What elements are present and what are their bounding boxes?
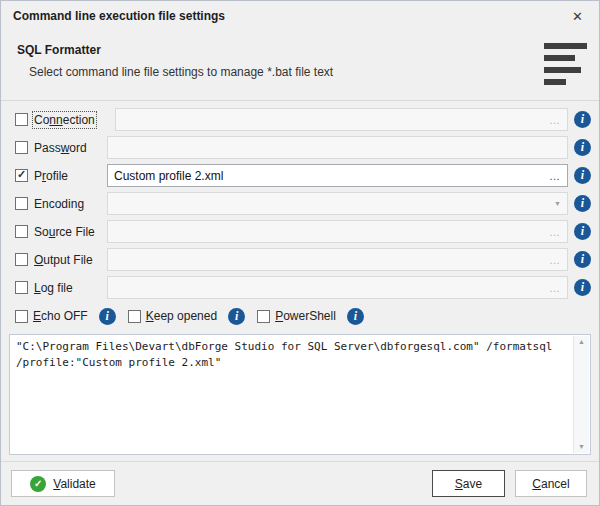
cancel-button[interactable]: Cancel [515, 470, 587, 497]
row-log-file: Log file … i [15, 276, 591, 299]
info-icon[interactable]: i [574, 251, 591, 268]
password-checkbox[interactable] [15, 141, 28, 154]
connection-checkbox[interactable] [15, 113, 28, 126]
row-source-file: Source File … i [15, 220, 591, 243]
scrollbar[interactable]: ▲ ▼ [573, 336, 589, 453]
profile-checkbox[interactable]: ✓ [15, 169, 28, 182]
encoding-label: Encoding [34, 197, 87, 211]
connection-label[interactable]: Connection [34, 113, 95, 127]
scroll-down-icon[interactable]: ▼ [578, 443, 585, 451]
command-text[interactable]: "C:\Program Files\Devart\dbForge Studio … [16, 339, 568, 450]
info-icon[interactable]: i [574, 279, 591, 296]
option-echo-off: Echo OFF i [15, 308, 116, 325]
powershell-label: PowerShell [275, 309, 336, 323]
log-file-checkbox[interactable] [15, 281, 28, 294]
echo-off-checkbox[interactable] [15, 310, 28, 323]
profile-field: … [107, 164, 568, 187]
profile-label: Profile [34, 169, 87, 183]
password-label: Password [34, 141, 87, 155]
info-icon[interactable]: i [574, 195, 591, 212]
command-line-settings-dialog: Command line execution file settings ✕ S… [0, 0, 600, 506]
save-button[interactable]: Save [432, 470, 505, 497]
validate-check-icon: ✓ [30, 476, 46, 492]
sql-formatter-lines-icon [544, 43, 588, 87]
browse-ellipsis-icon: … [549, 227, 561, 237]
keep-opened-checkbox[interactable] [128, 310, 141, 323]
info-icon[interactable]: i [574, 167, 591, 184]
output-file-label: Output File [34, 253, 87, 267]
encoding-dropdown: ▼ [107, 192, 568, 215]
validate-label: Validate [53, 477, 96, 491]
browse-ellipsis-icon: … [549, 115, 561, 125]
output-file-checkbox[interactable] [15, 253, 28, 266]
scroll-up-icon[interactable]: ▲ [578, 338, 585, 346]
row-connection: Connection … i [15, 108, 591, 131]
row-profile: ✓ Profile … i [15, 164, 591, 187]
dropdown-arrow-icon: ▼ [554, 200, 561, 207]
close-icon[interactable]: ✕ [568, 8, 587, 25]
command-preview-box[interactable]: "C:\Program Files\Devart\dbForge Studio … [9, 334, 591, 455]
row-output-file: Output File … i [15, 248, 591, 271]
info-icon[interactable]: i [574, 139, 591, 156]
dialog-title: Command line execution file settings [13, 9, 225, 23]
settings-form: Connection … i Password i ✓ Profile … [1, 101, 599, 334]
output-file-field: … [107, 248, 568, 271]
dialog-header: SQL Formatter Select command line file s… [1, 31, 599, 101]
browse-ellipsis-icon[interactable]: … [549, 171, 561, 181]
info-icon[interactable]: i [574, 223, 591, 240]
info-icon[interactable]: i [574, 111, 591, 128]
header-subtitle: Select command line file settings to man… [29, 65, 333, 79]
option-keep-opened: Keep opened i [128, 308, 245, 325]
browse-ellipsis-icon: … [549, 283, 561, 293]
check-icon: ✓ [17, 169, 26, 180]
info-icon[interactable]: i [347, 308, 364, 325]
validate-button[interactable]: ✓ Validate [11, 470, 115, 497]
connection-field: … [115, 108, 568, 131]
echo-off-label: Echo OFF [33, 309, 88, 323]
option-powershell: PowerShell i [257, 308, 364, 325]
log-file-label: Log file [34, 281, 87, 295]
source-file-checkbox[interactable] [15, 225, 28, 238]
row-encoding: Encoding ▼ i [15, 192, 591, 215]
options-row: Echo OFF i Keep opened i PowerShell i [15, 304, 591, 328]
title-bar: Command line execution file settings ✕ [1, 1, 599, 31]
source-file-field: … [107, 220, 568, 243]
powershell-checkbox[interactable] [257, 310, 270, 323]
browse-ellipsis-icon: … [549, 255, 561, 265]
encoding-checkbox[interactable] [15, 197, 28, 210]
header-title: SQL Formatter [17, 43, 101, 57]
source-file-label: Source File [34, 225, 87, 239]
footer-bar: ✓ Validate Save Cancel [1, 461, 599, 505]
keep-opened-label: Keep opened [146, 309, 217, 323]
info-icon[interactable]: i [228, 308, 245, 325]
log-file-field: … [107, 276, 568, 299]
info-icon[interactable]: i [99, 308, 116, 325]
password-field [107, 136, 568, 159]
profile-input[interactable] [114, 166, 549, 185]
row-password: Password i [15, 136, 591, 159]
